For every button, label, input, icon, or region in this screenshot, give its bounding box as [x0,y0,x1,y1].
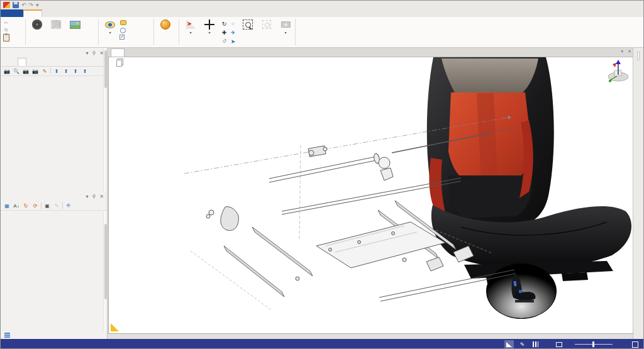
copy-button[interactable]: ⧉ [3,27,11,33]
zoom-slider-thumb[interactable] [592,341,594,347]
disabled-view-icon: 📷 [31,68,39,75]
tab-author[interactable] [60,9,77,17]
box-icon[interactable]: ▣ [43,202,51,209]
copy-icon: ⧉ [3,27,9,33]
visibility-button[interactable]: ▾ [101,18,119,36]
save-icon[interactable] [13,2,19,8]
viewport-menu-icon[interactable]: ▾ [621,49,624,54]
properties-rows [1,211,107,321]
goto-view-2-icon[interactable]: ⬆ [62,68,70,75]
workshops-side-tab[interactable] [637,52,640,60]
timeline-icon [4,333,10,338]
tab-home[interactable] [23,9,42,17]
select-button[interactable]: ▾ [200,18,219,36]
tab-window[interactable] [148,9,165,17]
app-icon [3,2,10,8]
walk-tool-icon[interactable]: ➤ [229,37,237,45]
paste-button[interactable] [3,35,11,41]
cut-icon: ✂ [3,19,9,26]
file-menu-button[interactable] [1,9,23,17]
paste-icon [3,35,9,41]
pan-tool-icon[interactable]: ✚ [220,28,228,36]
qat-dropdown-icon[interactable]: ▾ [36,2,39,8]
select-icon [203,19,216,30]
tab-workshops[interactable] [130,9,148,17]
redo-icon[interactable]: ↷ [29,2,34,8]
grid-toggle-icon[interactable] [531,340,540,348]
viewport-canvas[interactable] [108,57,633,334]
properties-panel-pin-icon[interactable]: ⚲ [92,194,96,199]
ribbon: ✂ ⧉ ▾ ▾ ▾ [1,17,644,48]
high-resolution-image-icon [69,19,81,30]
goto-view-1-icon[interactable]: ⬆ [53,68,60,75]
fly-tool-icon[interactable]: ✈ [229,28,237,36]
tab-render[interactable] [42,9,60,17]
properties-scrollbar[interactable] [103,211,107,331]
apply-exit-icon[interactable]: ⎆ [65,202,72,209]
document-area: ▾✕ [108,48,634,339]
paint-view-icon[interactable]: ✎ [41,68,48,75]
orbit-tool-icon[interactable]: ↺ [220,37,228,45]
status-bar: ✎ [1,339,644,349]
select-dropdown-icon[interactable]: ▾ [208,31,210,35]
goto-view-3-icon[interactable]: ⬆ [72,68,79,75]
collaboration-button[interactable] [119,19,128,26]
update-view-icon[interactable]: 🔍 [13,68,20,75]
properties-panel-menu-icon[interactable]: ▾ [86,194,88,199]
group-digger [154,17,179,47]
exploded-view-drawing [109,57,633,334]
attach-camera-button[interactable]: ▾ [276,18,295,36]
workshops-strip [633,48,643,339]
zoom-tool-icon[interactable]: ○ [229,19,237,28]
properties-toolbar: ▦ A↓ ↻ ⟳ ▣ ✎ ⎆ [1,201,107,211]
create-view-icon[interactable]: 📷 [3,68,11,75]
views-tab-collaboration[interactable] [10,58,18,66]
align-camera-button[interactable]: ▾ [181,18,200,36]
zoom-selection-button[interactable] [257,18,276,32]
refresh-1-icon[interactable]: ↻ [22,202,30,209]
camera-view-icon[interactable]: 📷 [22,68,30,75]
align-camera-dropdown-icon[interactable]: ▾ [189,31,191,35]
properties-panel-close-icon[interactable]: ✕ [99,194,104,199]
views-panel-pin-icon[interactable]: ⚲ [92,50,96,56]
tab-transform[interactable] [95,9,113,17]
render-mode-icon[interactable] [504,340,514,348]
categorize-icon[interactable]: ▦ [3,202,11,209]
rotate-tool-icon[interactable]: ↻ [220,19,228,28]
views-panel-menu-icon[interactable]: ▾ [86,50,88,56]
callouts-button[interactable] [119,27,128,33]
cut-button[interactable]: ✂ [3,19,11,26]
technical-illustration-button[interactable] [47,18,65,32]
align-camera-icon [184,19,197,30]
visibility-dropdown-icon[interactable]: ▾ [109,31,111,35]
draw-style-icon[interactable]: ✎ [518,340,527,348]
zoom-fit-all-button[interactable] [238,18,257,32]
viewport-close-icon[interactable]: ✕ [628,49,631,54]
zoom-fit-all-icon [242,19,254,30]
animation-button[interactable] [28,18,47,32]
tab-geometry[interactable] [113,9,130,17]
pages-icon[interactable] [116,60,122,67]
document-tab[interactable] [111,48,125,57]
composer-window: ↶ ↷ ▾ ▲ ▾ ✂ ⧉ [0,0,644,349]
views-tab-assembly[interactable] [3,58,10,66]
high-resolution-image-button[interactable] [65,18,84,32]
sort-az-icon[interactable]: A↓ [13,202,20,209]
views-tab-views[interactable] [18,58,26,66]
group-copy-paste: ✂ ⧉ [1,17,26,47]
attach-camera-icon [279,19,292,30]
tab-styles[interactable] [77,9,95,17]
animation-icon [31,19,43,30]
goto-view-4-icon[interactable]: ⬆ [81,68,89,75]
technical-illustration-icon [50,19,62,30]
undo-icon[interactable]: ↶ [21,2,26,8]
digger-button[interactable] [156,18,175,32]
zoom-slider[interactable] [575,344,613,345]
bom-table-checkbox[interactable] [119,35,128,40]
bom-table-checkbox-icon[interactable] [119,35,125,40]
views-scrollbar[interactable] [103,48,107,191]
screen-icon[interactable] [554,340,564,348]
refresh-2-icon[interactable]: ⟳ [31,202,39,209]
fullscreen-icon[interactable] [630,340,640,348]
views-toolbar: 📷 🔍 📷 📷 ✎ ⬆ ⬆ ⬆ ⬆ [1,67,107,76]
